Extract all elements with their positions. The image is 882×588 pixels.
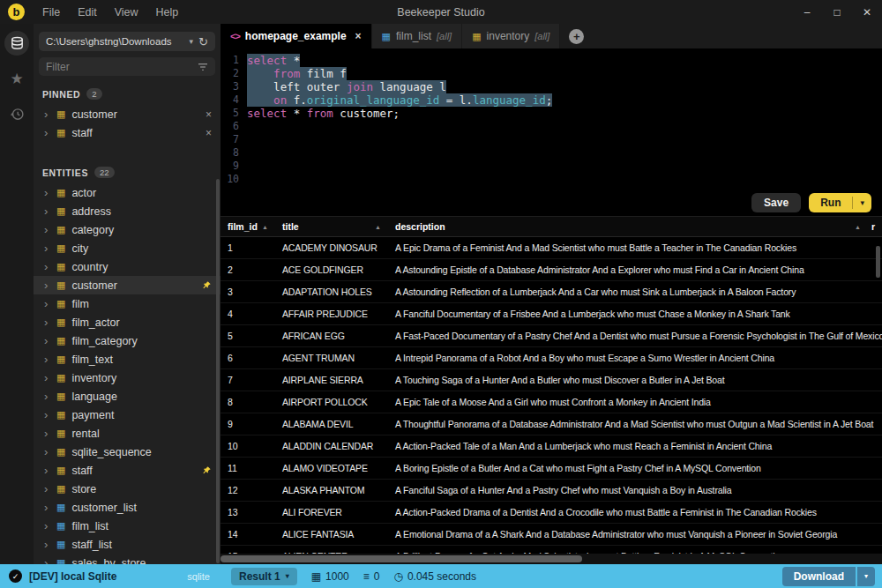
results-vertical-scrollbar[interactable] <box>876 246 880 278</box>
column-header-description[interactable]: description▲ <box>388 221 868 232</box>
chevron-right-icon[interactable]: › <box>44 335 50 346</box>
entity-item-customer_list[interactable]: ›▦customer_list <box>34 498 220 517</box>
menu-edit[interactable]: Edit <box>69 6 106 19</box>
entity-item-country[interactable]: ›▦country <box>34 257 220 276</box>
table-row[interactable]: 5AFRICAN EGGA Fast-Paced Documentary of … <box>220 325 882 347</box>
connection-selector[interactable]: C:\Users\ghstng\Downloads ▾ ↻ <box>39 32 215 51</box>
menu-help[interactable]: Help <box>147 6 188 19</box>
chevron-right-icon[interactable]: › <box>44 391 50 402</box>
table-row[interactable]: 14ALICE FANTASIAA Emotional Drama of a A… <box>220 524 882 546</box>
entity-item-staff[interactable]: ›▦staff <box>34 461 220 480</box>
entity-item-film_list[interactable]: ›▦film_list <box>34 517 220 535</box>
chevron-right-icon[interactable]: › <box>44 127 50 138</box>
sql-editor[interactable]: 1select *2 from film f3 left outer join … <box>220 48 882 190</box>
save-button[interactable]: Save <box>751 193 801 212</box>
sidebar-scrollbar[interactable] <box>216 179 220 563</box>
entity-item-inventory[interactable]: ›▦inventory <box>34 368 220 387</box>
pinned-item-staff[interactable]: ›▦staff× <box>34 123 220 142</box>
column-header-title[interactable]: title▲ <box>275 221 388 232</box>
entity-item-city[interactable]: ›▦city <box>34 239 220 257</box>
entity-item-film_category[interactable]: ›▦film_category <box>34 331 220 350</box>
chevron-right-icon[interactable]: › <box>44 465 50 476</box>
database-icon[interactable] <box>4 31 29 56</box>
tab-homepage_example[interactable]: <>homepage_example× <box>220 24 372 48</box>
sort-asc-icon[interactable]: ▲ <box>262 224 268 230</box>
chevron-right-icon[interactable]: › <box>44 428 50 439</box>
table-row[interactable]: 9ALABAMA DEVILA Thoughtful Panorama of a… <box>220 413 882 435</box>
table-row[interactable]: 3ADAPTATION HOLESA Astounding Reflection… <box>220 281 882 303</box>
maximize-icon[interactable]: □ <box>822 6 852 19</box>
table-row[interactable]: 2ACE GOLDFINGERA Astounding Epistle of a… <box>220 259 882 281</box>
column-header-r[interactable]: r <box>868 221 882 232</box>
entity-item-sales_by_store[interactable]: ›▦sales_by_store <box>34 554 220 564</box>
entity-item-category[interactable]: ›▦category <box>34 220 220 239</box>
entity-item-film_text[interactable]: ›▦film_text <box>34 350 220 368</box>
chevron-right-icon[interactable]: › <box>44 298 50 309</box>
menu-view[interactable]: View <box>106 6 147 19</box>
table-row[interactable]: 15ALIEN CENTERA Brilliant Drama of a Cat… <box>220 546 882 554</box>
sort-asc-icon[interactable]: ▲ <box>375 224 381 230</box>
new-tab-icon[interactable]: + <box>569 29 584 44</box>
result-selector[interactable]: Result 1 ▾ <box>231 568 297 585</box>
chevron-right-icon[interactable]: › <box>44 557 50 564</box>
entity-item-film_actor[interactable]: ›▦film_actor <box>34 313 220 331</box>
chevron-right-icon[interactable]: › <box>44 483 50 495</box>
chevron-right-icon[interactable]: › <box>44 242 50 254</box>
close-window-icon[interactable]: ✕ <box>852 6 882 19</box>
chevron-right-icon[interactable]: › <box>44 187 50 198</box>
chevron-right-icon[interactable]: › <box>44 502 50 513</box>
unpin-close-icon[interactable]: × <box>206 127 212 139</box>
history-icon[interactable] <box>4 101 29 126</box>
table-row[interactable]: 13ALI FOREVERA Action-Packed Drama of a … <box>220 502 882 524</box>
sort-asc-icon[interactable]: ▲ <box>855 224 861 230</box>
chevron-right-icon[interactable]: › <box>44 354 50 365</box>
chevron-right-icon[interactable]: › <box>44 539 50 550</box>
tab-film_list[interactable]: ▦film_list[all] <box>372 24 463 48</box>
chevron-right-icon[interactable]: › <box>44 205 50 217</box>
refresh-icon[interactable]: ↻ <box>198 35 208 48</box>
entity-item-film[interactable]: ›▦film <box>34 294 220 313</box>
entity-item-customer[interactable]: ›▦customer <box>34 276 220 294</box>
chevron-right-icon[interactable]: › <box>44 520 50 532</box>
pinned-item-customer[interactable]: ›▦customer× <box>34 105 220 123</box>
entity-item-actor[interactable]: ›▦actor <box>34 183 220 202</box>
entity-item-sqlite_sequence[interactable]: ›▦sqlite_sequence <box>34 443 220 461</box>
table-row[interactable]: 1ACADEMY DINOSAURA Epic Drama of a Femin… <box>220 237 882 259</box>
chevron-right-icon[interactable]: › <box>44 224 50 235</box>
table-row[interactable]: 6AGENT TRUMANA Intrepid Panorama of a Ro… <box>220 347 882 369</box>
run-button[interactable]: Run <box>809 193 852 212</box>
chevron-right-icon[interactable]: › <box>44 409 50 421</box>
chevron-right-icon[interactable]: › <box>44 279 50 291</box>
entity-item-address[interactable]: ›▦address <box>34 202 220 220</box>
entity-item-rental[interactable]: ›▦rental <box>34 424 220 443</box>
table-row[interactable]: 12ALASKA PHANTOMA Fanciful Saga of a Hun… <box>220 480 882 502</box>
table-row[interactable]: 8AIRPORT POLLOCKA Epic Tale of a Moose A… <box>220 391 882 413</box>
chevron-right-icon[interactable]: › <box>44 108 50 120</box>
results-horizontal-scrollbar[interactable] <box>220 554 882 564</box>
chevron-right-icon[interactable]: › <box>44 372 50 383</box>
filter-input[interactable] <box>46 61 198 73</box>
entity-item-payment[interactable]: ›▦payment <box>34 406 220 424</box>
download-options-caret-icon[interactable]: ▾ <box>857 567 875 586</box>
table-row[interactable]: 10ALADDIN CALENDARA Action-Packed Tale o… <box>220 435 882 458</box>
chevron-right-icon[interactable]: › <box>44 446 50 458</box>
minimize-icon[interactable]: – <box>792 6 822 19</box>
tab-inventory[interactable]: ▦inventory[all] <box>462 24 560 48</box>
scrollbar-thumb[interactable] <box>220 555 582 562</box>
close-tab-icon[interactable]: × <box>355 30 362 42</box>
menu-file[interactable]: File <box>34 6 69 19</box>
chevron-right-icon[interactable]: › <box>44 261 50 272</box>
entity-item-staff_list[interactable]: ›▦staff_list <box>34 535 220 554</box>
entity-item-language[interactable]: ›▦language <box>34 387 220 406</box>
filter-icon[interactable] <box>198 63 208 71</box>
unpin-close-icon[interactable]: × <box>206 108 212 121</box>
favorites-icon[interactable]: ★ <box>4 66 29 91</box>
chevron-right-icon[interactable]: › <box>44 316 50 328</box>
run-options-caret-icon[interactable]: ▾ <box>853 193 871 212</box>
download-button[interactable]: Download <box>782 567 856 586</box>
table-row[interactable]: 4AFFAIR PREJUDICEA Fanciful Documentary … <box>220 303 882 325</box>
entity-item-store[interactable]: ›▦store <box>34 480 220 498</box>
table-row[interactable]: 7AIRPLANE SIERRAA Touching Saga of a Hun… <box>220 369 882 391</box>
table-row[interactable]: 11ALAMO VIDEOTAPEA Boring Epistle of a B… <box>220 458 882 480</box>
column-header-film_id[interactable]: film_id▲ <box>220 221 275 232</box>
